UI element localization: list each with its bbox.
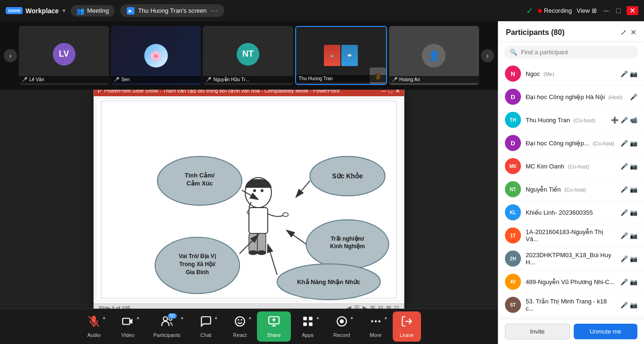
share-button[interactable]: Share [257, 311, 291, 342]
top-bar-right: ✓ Recording View ⊞ ─ □ ✕ [526, 6, 638, 16]
audio-caret[interactable]: ▲ [102, 315, 106, 320]
react-caret[interactable]: ▲ [248, 315, 252, 320]
list-item[interactable]: N Ngoc (Me) 🎤 📷 [498, 62, 644, 85]
ppt-close-button[interactable]: ✕ [395, 90, 400, 94]
participant-name: Lê Vân [29, 77, 44, 82]
avatar: N [505, 66, 521, 82]
list-item[interactable]: 1T 1A-2021604183-Nguyễn Thị Vâ... 🎤 📷 [498, 224, 644, 247]
list-item[interactable]: 5T 53. Trần Thị Minh Trang - k18 c... 🎤 … [498, 294, 644, 317]
more-caret[interactable]: ▲ [384, 315, 388, 320]
screen-more-icon[interactable]: ⋯ [210, 6, 218, 15]
video-caret[interactable]: ▲ [136, 315, 140, 320]
participant-name: 489-Nguyễn Vũ Phương Nhi-C... [526, 278, 616, 285]
strip-next-button[interactable]: › [481, 49, 494, 62]
ppt-minimize-button[interactable]: ─ [381, 90, 386, 94]
recording-label: Recording [544, 7, 572, 14]
ppt-nav-icons: ◀ ☰ ▶ ⊞ ⊟ ⊠ ⊡ [347, 304, 399, 309]
panel-title: Participants (80) [506, 28, 564, 37]
ppt-view-icon4[interactable]: ⊡ [394, 304, 399, 309]
list-item[interactable]: D Đại học Công nghiệp Hà Nội (Host) 🎤 [498, 85, 644, 109]
video-button[interactable]: ▲ Video [111, 311, 145, 342]
ppt-notes-icon[interactable]: ☰ [354, 304, 360, 309]
participant-thumb-active[interactable]: 📚 📖 👩 Thu Huong Tran [295, 26, 387, 85]
ppt-statusbar: Slide 4 of 105 ◀ ☰ ▶ ⊞ ⊟ ⊠ ⊡ [94, 303, 404, 309]
record-button[interactable]: ▲ Record [325, 311, 359, 342]
participant-thumb[interactable]: 👤 🎤 Hoàng An [389, 26, 479, 85]
ppt-window[interactable]: P PowerPoint Slide Show - Tham vấn cặp đ… [93, 90, 405, 309]
ppt-view-icon1[interactable]: ⊞ [370, 304, 375, 309]
strip-prev-button[interactable]: ‹ [4, 49, 17, 62]
audio-button[interactable]: ▲ Audio [77, 311, 111, 342]
ppt-nav-prev-icon[interactable]: ◀ [347, 304, 351, 309]
participant-name: Đại học Công nghiệp... (Co-host) [526, 140, 616, 147]
mute-icon: 🎤 [620, 278, 628, 285]
react-button[interactable]: ▲ React [223, 311, 257, 342]
list-item[interactable]: D Đại học Công nghiệp... (Co-host) 🎤 📷 [498, 132, 644, 155]
participant-icons: 🎤 📷 [620, 302, 637, 309]
apps-caret[interactable]: ▲ [316, 315, 320, 320]
svg-text:Gia Đình: Gia Đình [186, 269, 209, 276]
ppt-restore-button[interactable]: □ [388, 90, 392, 94]
rec-dot [538, 9, 542, 13]
list-item[interactable]: KL Khiếu Linh- 2023600355 🎤 📷 [498, 201, 644, 224]
svg-text:Khả Năng Nhận Nhức: Khả Năng Nhận Nhức [297, 278, 360, 285]
participant-thumb[interactable]: LV 🎤 Lê Vân [19, 26, 109, 85]
apps-button[interactable]: ▲ Apps [291, 311, 325, 342]
list-item[interactable]: NT Nguyễn Tiến (Co-host) 🎤 📷 [498, 178, 644, 201]
participants-button[interactable]: ▲ 80 Participants [145, 311, 189, 342]
video-off-icon: 📷 [630, 186, 637, 193]
ppt-nav-next-icon[interactable]: ▶ [363, 304, 367, 309]
participant-thumb[interactable]: NT 🎤 Nguyễn Hữu Tr... [203, 26, 293, 85]
ppt-view-icon3[interactable]: ⊠ [386, 304, 391, 309]
list-item[interactable]: 4V 489-Nguyễn Vũ Phương Nhi-C... 🎤 📷 [498, 270, 644, 294]
list-item[interactable]: TH Thu Huong Tran (Co-host) ➕ 🎤 📹 [498, 109, 644, 132]
svg-rect-41 [309, 317, 313, 320]
participants-caret[interactable]: ▲ [180, 315, 184, 320]
leave-button[interactable]: Leave [393, 311, 421, 342]
screen-share-pill[interactable]: ▶ Thu Huong Tran's screen ⋯ [120, 4, 225, 17]
search-input[interactable] [521, 49, 633, 56]
svg-point-45 [339, 319, 344, 324]
chat-button[interactable]: ▲ Chat [189, 311, 223, 342]
list-item[interactable]: 2H 2023DHKTPM03_K18_Bùi Huy H... 🎤 📷 [498, 247, 644, 270]
ppt-view-icon2[interactable]: ⊟ [378, 304, 383, 309]
avatar: 👤 [422, 44, 446, 67]
chat-caret[interactable]: ▲ [214, 315, 218, 320]
avatar: KL [505, 204, 521, 220]
video-off-icon: 📷 [630, 302, 637, 309]
window-controls: ─ □ ✕ [602, 6, 638, 15]
list-item[interactable]: MK MC Kim Oanh (Co-host) 🎤 📷 [498, 155, 644, 178]
more-button[interactable]: ▲ More [359, 311, 393, 342]
avatar: D [505, 135, 521, 151]
meeting-pill[interactable]: 👥 Meeting [71, 5, 115, 17]
minimize-button[interactable]: ─ [602, 7, 611, 15]
view-button[interactable]: View ⊞ [577, 7, 597, 14]
maximize-button[interactable]: □ [614, 7, 623, 15]
participant-thumb[interactable]: 🌸 🎤 Sen [111, 26, 201, 85]
participant-icons: 🎤 📷 [620, 163, 637, 170]
participant-name-bar: 🎤 Sen [111, 76, 201, 83]
slide-svg: Tình Cảm/ Cảm Xúc Sức Khỏe Trải nghi [96, 99, 402, 301]
search-box[interactable]: 🔍 [504, 46, 638, 59]
panel-expand-button[interactable]: ⤢ [620, 28, 627, 37]
ppt-icon: P [98, 90, 101, 94]
audio-label: Audio [87, 332, 100, 338]
mute-icon: 🎤 [620, 140, 628, 147]
participant-name-bar: 🎤 Lê Vân [19, 76, 109, 83]
unmute-button[interactable]: Unmute me [574, 324, 638, 339]
invite-button[interactable]: Invite [505, 324, 570, 339]
panel-close-button[interactable]: ✕ [630, 28, 636, 37]
add-icon: ➕ [611, 117, 619, 124]
mic-icon: 🎤 [620, 209, 628, 216]
video-label: Video [121, 332, 134, 338]
close-button[interactable]: ✕ [627, 6, 638, 15]
svg-point-10 [248, 250, 258, 255]
participant-icons: 🎤 📷 [620, 232, 637, 239]
participant-name: Hoàng An [399, 77, 420, 82]
mute-icon: 🎤 [620, 232, 628, 239]
panel-footer: Invite Unmute me [498, 319, 644, 344]
video-off-icon: 📷 [630, 232, 637, 239]
participants-icon: 80 [161, 315, 173, 330]
record-caret[interactable]: ▲ [350, 315, 354, 320]
svg-text:Sức Khỏe: Sức Khỏe [332, 172, 363, 180]
